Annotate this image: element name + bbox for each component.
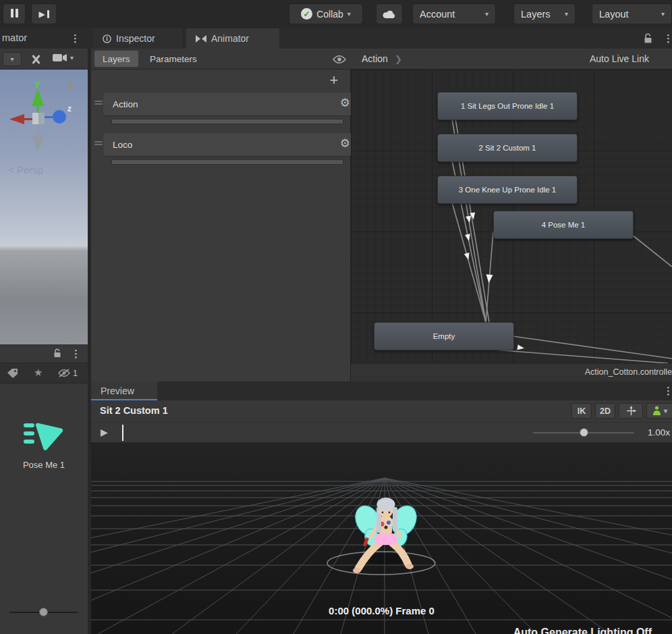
clip-label: Pose Me 1 xyxy=(7,460,81,470)
chevron-down-icon: ▾ xyxy=(664,408,667,415)
avatar-dropdown[interactable]: ▾ xyxy=(646,403,672,419)
tab-inspector-label: Inspector xyxy=(116,33,155,44)
unlock-icon[interactable] xyxy=(53,348,62,359)
controller-name: Action_Cotton.controlle xyxy=(585,367,672,377)
controller-status-bar: Action_Cotton.controlle xyxy=(351,363,672,381)
state-machine-canvas[interactable]: 1 Sit Legs Out Prone Idle 1 2 Sit 2 Cust… xyxy=(351,70,672,363)
axis-y-label: y xyxy=(35,78,40,88)
thumbnail-slider-thumb[interactable] xyxy=(39,608,48,616)
scene-control-row: ⋮ xyxy=(0,344,88,363)
speed-slider-thumb[interactable] xyxy=(580,428,588,437)
axis-z-label: z xyxy=(67,104,72,113)
tab-layers[interactable]: Layers xyxy=(94,51,138,67)
persp-label[interactable]: < Persp xyxy=(8,164,43,176)
state-node[interactable]: 2 Sit 2 Custom 1 xyxy=(437,134,578,162)
playhead[interactable] xyxy=(122,425,123,441)
scene-tool-dropdown[interactable]: ▾ xyxy=(3,52,22,66)
clip-panel: Pose Me 1 xyxy=(0,384,88,634)
state-label: 4 Pose Me 1 xyxy=(542,221,586,229)
chevron-down-icon: ▾ xyxy=(565,11,568,18)
tab-strip: mator ⋮ Inspector Animator ⋮ xyxy=(0,28,672,49)
breadcrumb[interactable]: Action ❯ xyxy=(362,49,402,69)
gizmo-toggle-row: ★ 1 xyxy=(0,363,88,384)
camera-dropdown[interactable]: ▾ xyxy=(53,53,74,63)
layers-label: Layers xyxy=(521,9,551,20)
breadcrumb-chevron-icon: ❯ xyxy=(395,54,402,64)
2d-toggle[interactable]: 2D xyxy=(595,403,615,419)
layout-dropdown[interactable]: Layout ▾ xyxy=(592,3,672,24)
gear-icon[interactable]: ⚙ xyxy=(340,97,350,109)
breadcrumb-label: Action xyxy=(362,53,388,64)
layer-weight-slider[interactable] xyxy=(111,119,343,124)
scene-view[interactable]: y z < Persp xyxy=(0,70,88,344)
animator-icon xyxy=(196,35,206,43)
add-layer-button[interactable]: + xyxy=(324,71,344,90)
preview-timeline[interactable] xyxy=(118,423,533,442)
main-toolbar: ▶ ✓ Collab ▾ Account ▾ Layers ▾ Layout ▾ xyxy=(0,0,672,28)
preview-menu-icon[interactable]: ⋮ xyxy=(663,385,672,397)
star-icon[interactable]: ★ xyxy=(34,367,43,377)
chevron-down-icon: ▾ xyxy=(70,55,74,61)
layers-dropdown[interactable]: Layers ▾ xyxy=(513,3,576,24)
state-node[interactable]: Empty xyxy=(374,322,514,350)
ik-toggle[interactable]: IK xyxy=(571,403,592,419)
clip-item[interactable]: Pose Me 1 xyxy=(7,414,81,488)
account-dropdown[interactable]: Account ▾ xyxy=(412,3,496,24)
tab-animator-label: Animator xyxy=(211,33,249,44)
cloud-button[interactable] xyxy=(376,3,403,24)
layers-panel: + Action ⚙ Loco ⚙ xyxy=(91,70,351,381)
ik-label: IK xyxy=(578,406,586,416)
lock-icon[interactable] xyxy=(65,80,75,90)
tab-preview-label: Preview xyxy=(101,386,134,396)
camera-icon xyxy=(53,53,67,63)
pane-menu-icon[interactable]: ⋮ xyxy=(663,32,672,45)
collab-dropdown[interactable]: ✓ Collab ▾ xyxy=(289,3,363,24)
layer-name: Action xyxy=(113,99,138,109)
pause-button[interactable] xyxy=(3,3,26,24)
character-model xyxy=(327,498,435,575)
auto-live-link-button[interactable]: Auto Live Link xyxy=(586,49,653,69)
state-node[interactable]: 3 One Knee Up Prone Idle 1 xyxy=(437,176,578,204)
pivot-button[interactable] xyxy=(619,403,643,419)
cloud-icon xyxy=(383,9,396,19)
scene-menu-icon[interactable]: ⋮ xyxy=(71,348,81,360)
drag-handle-icon[interactable] xyxy=(94,140,103,147)
layer-row-action[interactable]: Action ⚙ xyxy=(103,93,357,115)
scene-toolbar: ▾ ▾ xyxy=(0,49,88,70)
collab-check-icon: ✓ xyxy=(301,8,312,20)
unlock-icon[interactable] xyxy=(643,33,653,44)
state-node[interactable]: 4 Pose Me 1 xyxy=(493,211,634,239)
state-label: Empty xyxy=(433,332,455,340)
tools-icon[interactable] xyxy=(30,54,43,65)
unity-editor-window: ▶ ✓ Collab ▾ Account ▾ Layers ▾ Layout ▾… xyxy=(0,0,672,634)
play-button[interactable]: ▶ xyxy=(101,427,108,437)
drag-handle-icon[interactable] xyxy=(94,99,103,106)
frame-info: 0:00 (000.0%) Frame 0 xyxy=(91,605,672,616)
layer-weight-slider[interactable] xyxy=(111,159,343,165)
tab-parameters-label: Parameters xyxy=(150,54,197,64)
step-icon: ▶ xyxy=(38,10,45,18)
preview-viewport[interactable]: 0:00 (000.0%) Frame 0 Auto Generate Ligh… xyxy=(91,443,672,634)
lighting-status: Auto Generate Lighting Off xyxy=(513,627,652,634)
collab-label: Collab xyxy=(316,9,343,20)
layout-label: Layout xyxy=(599,9,629,20)
tab-animator[interactable]: Animator xyxy=(186,28,279,49)
step-button[interactable]: ▶ xyxy=(31,3,57,24)
left-pane-tab-label[interactable]: mator xyxy=(2,32,27,43)
eye-icon[interactable] xyxy=(333,55,346,64)
chevron-down-icon: ▾ xyxy=(10,56,13,63)
avatar-icon xyxy=(652,406,661,416)
tab-parameters[interactable]: Parameters xyxy=(142,51,205,67)
2d-label: 2D xyxy=(600,406,611,416)
chevron-down-icon: ▾ xyxy=(661,11,665,18)
tab-inspector[interactable]: Inspector xyxy=(93,28,184,49)
preview-header: Sit 2 Custom 1 IK 2D ▾ xyxy=(91,400,672,422)
gear-icon[interactable]: ⚙ xyxy=(340,138,350,149)
left-pane-menu-icon[interactable]: ⋮ xyxy=(70,32,80,45)
animation-clip-icon xyxy=(22,417,65,452)
tag-icon[interactable] xyxy=(7,368,18,379)
layer-row-loco[interactable]: Loco ⚙ xyxy=(103,133,357,156)
state-node[interactable]: 1 Sit Legs Out Prone Idle 1 xyxy=(437,92,578,120)
eye-off-icon[interactable] xyxy=(58,369,70,377)
tab-preview[interactable]: Preview xyxy=(91,381,157,400)
